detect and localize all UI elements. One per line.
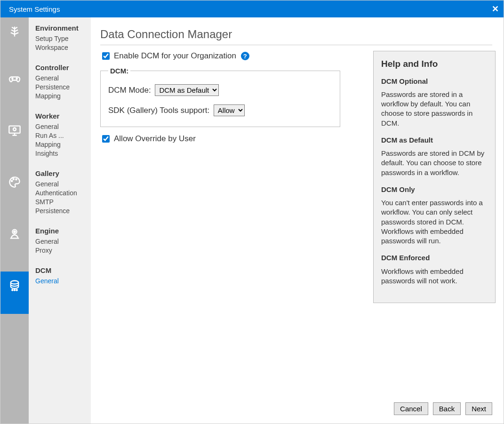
help-section-heading: DCM Enforced	[381, 253, 488, 263]
nav-heading-environment: Environment	[35, 24, 91, 32]
help-icon[interactable]: ?	[241, 52, 249, 60]
footer-buttons: Cancel Back Next	[394, 402, 492, 415]
nav-link-dcm-general[interactable]: General	[35, 277, 91, 285]
svg-point-4	[11, 181, 12, 182]
nav-link-gallery-authentication[interactable]: Authentication	[35, 189, 91, 197]
enable-dcm-label: Enable DCM for your Organization	[114, 51, 236, 61]
nav-link-gallery-persistence[interactable]: Persistence	[35, 207, 91, 215]
nav-link-controller-persistence[interactable]: Persistence	[35, 83, 91, 91]
help-section-heading: DCM Optional	[381, 77, 488, 86]
dcm-mode-select[interactable]: DCM as Default	[155, 84, 219, 96]
nav-section-environment: Environment Setup Type Workspace	[35, 24, 91, 51]
svg-point-3	[13, 128, 16, 131]
icon-rail	[0, 17, 29, 424]
rail-item-worker[interactable]	[0, 116, 29, 168]
gamepad-icon	[8, 72, 21, 87]
nav-link-worker-runas[interactable]: Run As ...	[35, 132, 91, 139]
nav-heading-dcm: DCM	[35, 266, 91, 274]
svg-point-9	[11, 281, 18, 284]
help-panel: Help and Info DCM Optional Passwords are…	[373, 51, 496, 303]
allow-override-label: Allow Override by User	[114, 134, 196, 144]
svg-point-8	[14, 231, 16, 233]
cancel-button[interactable]: Cancel	[394, 402, 428, 415]
svg-point-10	[12, 289, 13, 290]
help-panel-title: Help and Info	[381, 58, 488, 70]
allow-override-checkbox[interactable]	[102, 135, 110, 143]
nav-link-workspace[interactable]: Workspace	[35, 44, 91, 51]
palette-icon	[8, 176, 21, 190]
sdk-support-row: SDK (Gallery) Tools support: Allow	[108, 104, 332, 116]
enable-dcm-row: Enable DCM for your Organization ?	[100, 51, 354, 61]
rail-item-dcm[interactable]	[0, 272, 29, 314]
rail-item-gallery[interactable]	[0, 168, 29, 220]
nav-heading-worker: Worker	[35, 112, 91, 120]
nav-link-engine-proxy[interactable]: Proxy	[35, 247, 91, 254]
svg-point-1	[16, 78, 17, 79]
help-section-heading: DCM as Default	[381, 136, 488, 145]
rail-item-engine[interactable]	[0, 220, 29, 272]
titlebar: System Settings ✕	[0, 0, 504, 17]
nav-link-controller-general[interactable]: General	[35, 74, 91, 82]
help-section-body: Workflows with embedded passwords will n…	[381, 267, 488, 286]
title-divider	[100, 45, 492, 45]
allow-override-row: Allow Override by User	[100, 134, 354, 144]
main-content: Data Connection Manager Enable DCM for y…	[91, 17, 504, 424]
dcm-fieldset-legend: DCM:	[108, 67, 130, 75]
window-title: System Settings	[9, 5, 60, 13]
svg-point-0	[12, 78, 13, 79]
svg-rect-2	[9, 126, 20, 133]
nav-link-gallery-smtp[interactable]: SMTP	[35, 198, 91, 206]
nav-section-controller: Controller General Persistence Mapping	[35, 64, 91, 100]
nav-link-worker-mapping[interactable]: Mapping	[35, 141, 91, 148]
window-body: Environment Setup Type Workspace Control…	[0, 17, 504, 424]
svg-point-11	[14, 289, 15, 290]
help-column: Help and Info DCM Optional Passwords are…	[373, 51, 496, 303]
nav-link-gallery-general[interactable]: General	[35, 180, 91, 188]
nav-section-engine: Engine General Proxy	[35, 227, 91, 254]
help-section-body: Passwords are stored in DCM by default. …	[381, 149, 488, 177]
nav-section-gallery: Gallery General Authentication SMTP Pers…	[35, 169, 91, 215]
close-icon[interactable]: ✕	[492, 4, 499, 14]
nav-link-worker-insights[interactable]: Insights	[35, 150, 91, 157]
nav-heading-gallery: Gallery	[35, 169, 91, 177]
nav-section-dcm: DCM General	[35, 266, 91, 285]
nav-heading-engine: Engine	[35, 227, 91, 235]
database-icon	[8, 279, 21, 294]
monitor-gear-icon	[8, 124, 21, 138]
enable-dcm-checkbox[interactable]	[102, 52, 110, 60]
sdk-support-label: SDK (Gallery) Tools support:	[108, 106, 209, 115]
dcm-mode-row: DCM Mode: DCM as Default	[108, 84, 332, 96]
svg-point-12	[16, 289, 17, 290]
form-column: Enable DCM for your Organization ? DCM: …	[100, 51, 354, 150]
dcm-fieldset: DCM: DCM Mode: DCM as Default SDK (Galle…	[100, 67, 340, 127]
page-title: Data Connection Manager	[100, 28, 492, 41]
nav-link-setup-type[interactable]: Setup Type	[35, 35, 91, 42]
rail-item-environment[interactable]	[0, 17, 29, 64]
dcm-mode-label: DCM Mode:	[108, 86, 151, 95]
help-section-body: Passwords are stored in a workflow by de…	[381, 90, 488, 128]
back-button[interactable]: Back	[433, 402, 461, 415]
system-settings-window: { "window": { "title": "System Settings"…	[0, 0, 504, 424]
help-section-body: You can't enter passwords into a workflo…	[381, 198, 488, 246]
nav-heading-controller: Controller	[35, 64, 91, 72]
next-button[interactable]: Next	[465, 402, 492, 415]
nav-link-controller-mapping[interactable]: Mapping	[35, 92, 91, 100]
nav-section-worker: Worker General Run As ... Mapping Insigh…	[35, 112, 91, 157]
rail-item-controller[interactable]	[0, 64, 29, 116]
nav-link-worker-general[interactable]: General	[35, 123, 91, 130]
svg-point-5	[13, 178, 14, 179]
help-section-heading: DCM Only	[381, 185, 488, 194]
svg-point-6	[16, 179, 16, 180]
side-nav: Environment Setup Type Workspace Control…	[29, 17, 91, 424]
engine-icon	[8, 227, 21, 242]
sdk-support-select[interactable]: Allow	[214, 104, 245, 116]
leaf-icon	[8, 25, 21, 40]
nav-link-engine-general[interactable]: General	[35, 238, 91, 245]
content-row: Enable DCM for your Organization ? DCM: …	[100, 51, 492, 303]
